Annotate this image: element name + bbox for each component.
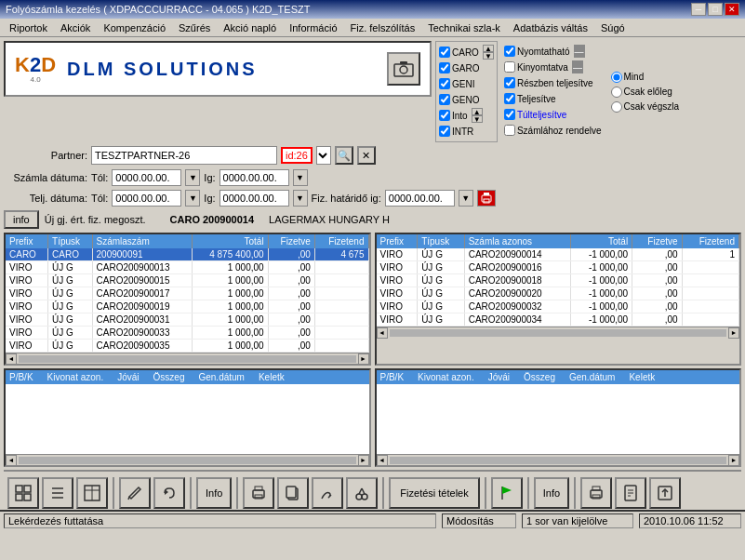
info-button[interactable]: info <box>4 210 39 229</box>
right-bottom-hscroll[interactable]: ◄ ► <box>377 454 740 465</box>
into-scroll-up[interactable]: ▲ <box>472 108 483 115</box>
left-table-row-6[interactable]: VIRO ÚJ G CARO200900033 1 000,00 ,00 <box>6 327 368 340</box>
lb-scroll-track[interactable] <box>19 457 356 464</box>
tb-btn-scissors[interactable] <box>346 477 378 509</box>
left-table-row-2[interactable]: VIRO ÚJ G CARO200900015 1 000,00 ,00 <box>6 274 368 287</box>
menu-sugo[interactable]: Súgó <box>595 21 631 34</box>
menu-szures[interactable]: Szűrés <box>173 21 216 34</box>
cb-teljesitve[interactable]: Teljesítve <box>504 91 602 106</box>
tb-info-btn[interactable]: Info <box>196 477 232 509</box>
cb-nyomtathato[interactable]: Nyomtatható — <box>504 44 602 59</box>
left-scroll-right[interactable]: ► <box>358 353 369 365</box>
cb-garo-input[interactable] <box>439 62 450 73</box>
tb-btn-print[interactable] <box>243 477 274 509</box>
cb-reszben[interactable]: Részben teljesítve <box>504 75 602 90</box>
left-scroll-left[interactable]: ◄ <box>6 353 17 365</box>
right-table-row-1[interactable]: VIRO ÚJ G CARO200900016 -1 000,00 ,00 <box>377 261 739 274</box>
partner-input[interactable] <box>91 146 277 165</box>
right-table-scroll[interactable]: Prefix Típusk Számla azonos Totál Fizetv… <box>377 234 740 327</box>
radio-mind-input[interactable] <box>611 72 622 83</box>
left-table-row-3[interactable]: VIRO ÚJ G CARO200900017 1 000,00 ,00 <box>6 287 368 300</box>
left-table-scroll[interactable]: Prefix Típusk Számlaszám Totál Fizetve F… <box>6 234 369 353</box>
kinyomtatva-minus[interactable]: — <box>572 60 583 73</box>
into-scroll-down[interactable]: ▼ <box>472 115 483 123</box>
tb-fizetesi-btn[interactable]: Fizetési tételek <box>389 477 479 509</box>
left-table-row-1[interactable]: VIRO ÚJ G CARO200900013 1 000,00 ,00 <box>6 261 368 274</box>
caro-scroll-down[interactable]: ▼ <box>483 52 494 60</box>
maximize-button[interactable]: □ <box>708 3 723 16</box>
left-table-row-4[interactable]: VIRO ÚJ G CARO200900019 1 000,00 ,00 <box>6 300 368 313</box>
lb-scroll-right[interactable]: ► <box>358 455 369 466</box>
lb-scroll-left[interactable]: ◄ <box>6 455 17 466</box>
tb-btn-print2[interactable] <box>580 477 612 509</box>
left-scroll-track[interactable] <box>19 355 356 363</box>
cb-into[interactable]: Into ▲ ▼ <box>439 108 494 123</box>
radio-csak-vegszla[interactable]: Csak végszla <box>611 101 679 113</box>
cb-szamlhoz-input[interactable] <box>504 125 515 136</box>
radio-mind[interactable]: Mind <box>611 72 679 83</box>
partner-search-btn[interactable]: 🔍 <box>335 146 353 165</box>
radio-vegszla-input[interactable] <box>611 101 622 113</box>
red-action-btn[interactable] <box>477 190 496 207</box>
menu-kompenzacio[interactable]: Kompenzáció <box>98 21 171 34</box>
cb-geni-input[interactable] <box>439 78 450 89</box>
tb-btn-sign[interactable] <box>312 477 343 509</box>
minimize-button[interactable]: ─ <box>691 3 706 16</box>
tb-btn-grid[interactable] <box>7 477 39 509</box>
nyomtathato-minus[interactable]: — <box>574 45 585 58</box>
right-table-row-3[interactable]: VIRO ÚJ G CARO200900020 -1 000,00 ,00 <box>377 287 739 300</box>
menu-riportok[interactable]: Riportok <box>4 21 53 34</box>
right-table-row-2[interactable]: VIRO ÚJ G CARO200900018 -1 000,00 ,00 <box>377 274 739 287</box>
szamla-tol-input[interactable] <box>112 169 181 186</box>
right-scroll-right[interactable]: ► <box>728 327 739 339</box>
telj-tol-input[interactable] <box>112 190 181 207</box>
left-table-row-0[interactable]: CARO CARO 200900091 4 875 400,00 ,00 4 6… <box>6 248 368 261</box>
cb-reszben-input[interactable] <box>504 77 515 88</box>
cb-tulteljesitve[interactable]: Túlteljesítve <box>504 107 602 122</box>
rb-scroll-right[interactable]: ► <box>728 455 739 466</box>
right-scroll-track[interactable] <box>390 329 727 337</box>
menu-adatbazis[interactable]: Adatbázis váltás <box>508 21 593 34</box>
tb-btn-copy[interactable] <box>277 477 309 509</box>
camera-icon-btn[interactable] <box>387 52 420 86</box>
rb-scroll-left[interactable]: ◄ <box>377 455 388 466</box>
cb-intr-input[interactable] <box>439 126 450 137</box>
cb-caro[interactable]: CARO ▲ ▼ <box>439 45 494 60</box>
menu-technikai[interactable]: Technikai szla-k <box>422 21 506 34</box>
menu-fiz-felszolitas[interactable]: Fiz. felszólítás <box>345 21 421 34</box>
tb-btn-edit[interactable] <box>119 477 151 509</box>
cb-garo[interactable]: GARO <box>439 60 494 75</box>
tb-btn-doc[interactable] <box>615 477 646 509</box>
szamla-tol-spin[interactable]: ▼ <box>185 169 200 186</box>
tb-btn-list[interactable] <box>42 477 73 509</box>
cb-intr[interactable]: INTR <box>439 124 494 139</box>
tb-info2-btn[interactable]: Info <box>534 477 569 509</box>
radio-csak-eloleg[interactable]: Csak előleg <box>611 87 679 98</box>
cb-geni[interactable]: GENI <box>439 76 494 91</box>
right-table-row-5[interactable]: VIRO ÚJ G CARO200900034 -1 000,00 ,00 <box>377 313 739 327</box>
tb-btn-flag[interactable] <box>491 477 523 509</box>
right-table-hscroll[interactable]: ◄ ► <box>377 327 740 338</box>
left-bottom-hscroll[interactable]: ◄ ► <box>6 454 369 465</box>
right-table-row-4[interactable]: VIRO ÚJ G CARO200900032 -1 000,00 ,00 <box>377 300 739 313</box>
cb-tulteljesitve-input[interactable] <box>504 109 515 120</box>
telj-tol-spin[interactable]: ▼ <box>185 190 200 207</box>
cb-geno[interactable]: GENO <box>439 92 494 107</box>
menu-akcio-naplo[interactable]: Akció napló <box>218 21 282 34</box>
szamla-ig-input[interactable] <box>220 169 289 186</box>
tb-btn-undo[interactable] <box>153 477 185 509</box>
partner-dropdown[interactable] <box>316 146 331 165</box>
cb-caro-input[interactable] <box>439 47 450 58</box>
close-button[interactable]: ✕ <box>725 3 739 16</box>
cb-nyomtathato-input[interactable] <box>504 46 515 57</box>
tb-btn-export[interactable] <box>649 477 681 509</box>
radio-eloleg-input[interactable] <box>611 87 622 98</box>
cb-into-input[interactable] <box>439 110 450 121</box>
menu-informacio[interactable]: Információ <box>284 21 342 34</box>
left-table-row-5[interactable]: VIRO ÚJ G CARO200900031 1 000,00 ,00 <box>6 313 368 327</box>
szamla-ig-spin[interactable]: ▼ <box>293 169 308 186</box>
fiz-hatarido-spin[interactable]: ▼ <box>459 190 473 207</box>
caro-scroll-up[interactable]: ▲ <box>483 45 494 52</box>
cb-szamlhoz[interactable]: Számlához rendelve <box>504 123 602 138</box>
fiz-hatarido-input[interactable] <box>385 190 455 207</box>
